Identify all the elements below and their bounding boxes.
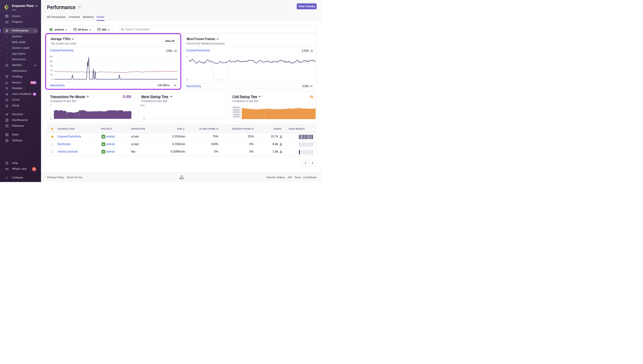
svg-text:6s: 6s — [50, 69, 53, 72]
svg-text:0: 0 — [50, 117, 52, 120]
svg-text:1: 1 — [186, 56, 188, 58]
svg-text:3s: 3s — [50, 73, 53, 76]
svg-text:0: 0 — [186, 78, 188, 81]
svg-text:0: 0 — [52, 78, 53, 80]
svg-text:9s: 9s — [50, 64, 53, 67]
svg-text:1: 1 — [50, 104, 52, 106]
svg-text:15s: 15s — [49, 55, 53, 58]
svg-text:12s: 12s — [49, 60, 53, 62]
svg-text:1ms: 1ms — [140, 104, 145, 106]
svg-text:1000ms: 1000ms — [232, 116, 241, 118]
svg-text:0: 0 — [143, 117, 145, 120]
